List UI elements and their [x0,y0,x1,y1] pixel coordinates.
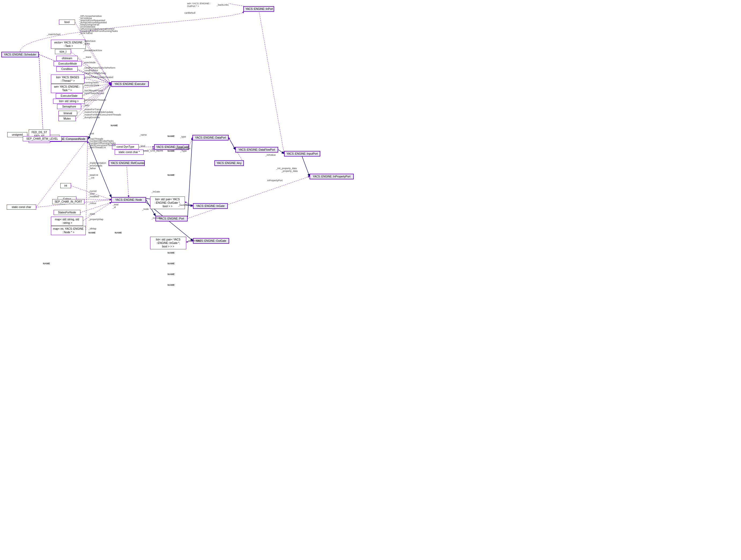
field-runningtasks: _runningTasks [83,81,98,84]
field-id: _id [113,206,116,208]
field-condforpilot: _condForPilot [83,69,98,72]
const-dyntype-node: const DynType [112,144,139,149]
name-label-node: NAME [115,231,122,234]
static-const-char-node: static const char [7,204,36,210]
svg-line-22 [228,137,235,149]
field-execmode: _execMode [83,61,96,64]
bool-node: bool [59,19,75,25]
size-t-node: size_t [55,49,71,54]
field-listoftaskstoload: _listOfTasksToLoad [83,92,104,95]
field-totalcnt: _totalCnt [88,174,98,176]
field-initvalue: _initValue [265,153,276,156]
field-kind: _kind [139,145,145,147]
field-groupofallthreads: _groupOfAllThreadsCreated [83,76,113,78]
svg-line-13 [39,54,44,139]
inpropertyport-node: YACS::ENGINE::InPropertyPort [310,174,354,179]
diagram-container: YACS::ENGINE::Scheduler YACS::ENGINE::Ex… [0,0,741,560]
node-node: YACS::ENGINE::Node [111,197,146,203]
field-trace: __trace [83,56,91,58]
list-bases-node: list< YACS::BASES::Thread * > [51,74,84,84]
field-executorstate: _executorState [83,84,99,86]
field-init-property-data: _init_property_data [276,167,297,170]
scheduler-node: YACS::ENGINE::Scheduler [1,52,39,57]
name-label-outgate: NAME [167,251,175,254]
field-property-data: _property_data [281,170,298,172]
ingate-node: YACS::ENGINE::InGate [193,203,228,209]
field-listofbreakpoints: _listOfBreakPoints [83,89,103,92]
dataflowport-node: YACS::ENGINE::DataFlowPort [235,147,278,152]
ofstream-node: ofstream [56,56,78,61]
field-cnt: __cnt [88,176,94,179]
field-isoktorend: _isOKToEnd [79,32,92,35]
refcounter-node: YACS::ENGINE::RefCounter [109,160,145,166]
int-node: int [60,183,71,188]
executor-node: YACS::ENGINE::Executor [111,81,149,87]
field-type2: _Type [180,149,187,152]
name-label-ingate: NAME [167,262,175,265]
field-stringreftype: _stringRefType [174,147,191,149]
statesfornode-node: StatesForNode [54,210,80,215]
inputport-node: YACS::ENGINE::InputPort [284,151,320,157]
sep-char-btw-node: SEP_CHAR_BTW_LEVEL [23,136,62,141]
field-dumperrorfile: _dumpErrorFile [83,116,100,119]
field-start: _start [83,104,89,107]
field-tasks: _tasks [83,42,90,45]
name-label-composednode: NAME [88,231,96,234]
field-propertymap: _propertyMap [88,218,104,221]
inport-node: YACS::ENGINE::InPort [243,6,274,12]
timeval-node: timeval [58,111,77,116]
svg-line-26 [127,163,129,197]
name-label-refcounter: NAME [167,174,175,176]
field-total: _total [88,192,94,195]
field-kind-str-repr: KIND_STR_REPR [143,149,163,152]
field-state: _state [88,212,95,215]
field-total2: _total [113,203,119,206]
field-cannull: canBeNull [184,11,195,14]
name-label-typecode: NAME [167,149,175,152]
field-mutexfortrace: _mutexForTrace [83,108,101,111]
executorstate-node: ExecutorState [56,93,82,99]
set-task-node: set< YACS::ENGINE::Task * > [51,84,83,93]
executionmode-node: ExecutionMode [54,61,82,66]
field-ingate: _inGate [151,190,160,193]
sep-char-in-node: SEP_CHAR_IN_PORT [52,199,84,204]
field-threadstacksize: _threadStackSize [83,49,102,52]
svg-line-23 [278,149,284,153]
dataport-node: YACS::ENGINE::DataPort [192,135,228,140]
svg-line-32 [188,176,310,219]
field-type: _type [180,135,186,138]
field-root: _root [88,132,94,135]
field-modified: _modified [88,195,99,198]
any-node: YACS::ENGINE::Any [214,160,244,166]
field-sel-outport: sel< YACS::ENGINE::OutPort * > [187,2,210,7]
field-backlinks-top: _backLinks [216,3,228,6]
field-father: _father [88,167,96,170]
map-int-node: map< int, YACS::ENGINE::Node * > [51,226,86,235]
svg-line-38 [86,141,88,230]
field-backlinks-ingate: _backLinks [178,204,190,206]
svg-line-28 [259,9,284,153]
static-const-char2-node: static const char * [115,149,144,155]
map-string-node: map< std::string, std::string > [51,216,83,226]
mutex-node: Mutex [58,116,76,121]
field-numid: _numId [88,190,96,192]
list-ingate-node: list< std::pair< YACS::ENGINE::InGate *,… [150,237,186,249]
field-errordetails: _errorDetails [88,164,103,167]
name-label-bottom2: NAME [167,273,175,275]
field-mainsched: _mainSched [47,33,60,36]
vector-task-node: vector< YACS::ENGINE::Task > [51,40,86,49]
field-mutexforscheduler: _mutexForSchedulerUpdate [83,111,113,113]
name-label-dataport: NAME [167,135,175,137]
field-node: _node [142,208,149,210]
field-condfornewtasks: _condForNewTasksToPerform [83,66,116,69]
field-semthreadcnt: _semThreadCnt [88,146,106,149]
field-colour: _colour [88,202,96,204]
list-string-node: list< std::string > [53,99,85,104]
semaphore-node: Semaphore [57,104,81,109]
condition-node: Condition [56,66,78,72]
name-label-executor: NAME [111,124,118,127]
field-outgate: _outGate [151,216,161,219]
name-label-bottom3: NAME [167,284,175,286]
field-inpropertyport: inPropertyPort [267,179,283,182]
svg-line-24 [302,156,310,176]
